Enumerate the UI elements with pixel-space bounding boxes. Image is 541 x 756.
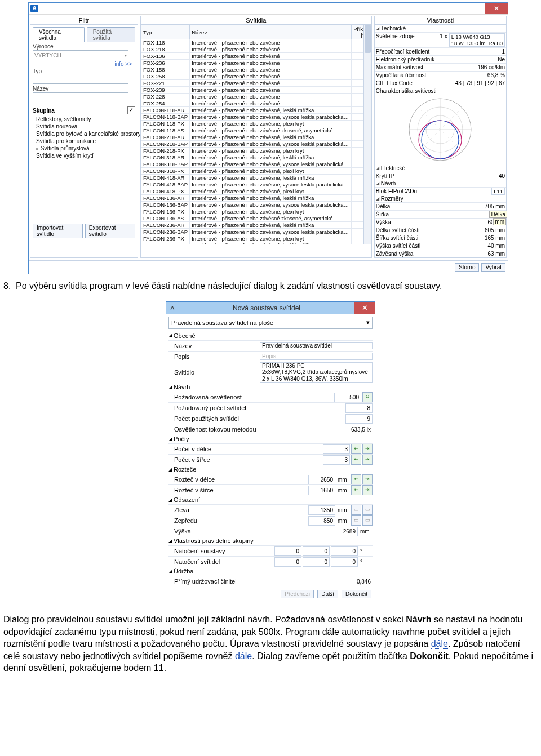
table-row[interactable]: FALCON-118-BAPInteriérové - přisazené ne… [141, 114, 371, 121]
input-pocet-delce[interactable]: 3 [323, 444, 350, 454]
table-row[interactable]: FOX-228Interiérové - přisazené nebo závě… [141, 94, 371, 100]
input-zleva[interactable]: 1350 [308, 505, 335, 515]
table-row[interactable]: FOX-254Interiérové - přisazené nebo závě… [141, 100, 371, 107]
input-nat-sv-y[interactable]: 0 [303, 557, 330, 567]
section-rozmery[interactable]: Rozměry [381, 195, 403, 202]
tab-all-lights[interactable]: Všechna svítidla [33, 27, 85, 42]
table-row[interactable]: FOX-218Interiérové - přisazené nebo závě… [141, 46, 371, 53]
close-button[interactable]: ✕ [354, 302, 375, 314]
align-icon[interactable]: ▭ [362, 515, 373, 526]
table-row[interactable]: FALCON-118-ARInteriérové - přisazené neb… [141, 107, 371, 114]
table-row[interactable]: FALCON-136-ARInteriérové - přisazené neb… [141, 195, 371, 202]
section-pocty[interactable]: Počty [174, 435, 189, 442]
section-elektricke[interactable]: Elektrické [381, 165, 405, 171]
table-row[interactable]: FALCON-418-BAPInteriérové - přisazené ne… [141, 181, 371, 188]
table-row[interactable]: FOX-136Interiérové - přisazené nebo závě… [141, 53, 371, 60]
tree-item[interactable]: Svítidla pro komunikace [30, 137, 138, 145]
input-nat-sou-y[interactable]: 0 [303, 546, 330, 556]
input-nat-sou-z[interactable]: 0 [331, 546, 358, 556]
section-navrh[interactable]: Návrh [381, 180, 396, 186]
tree-item[interactable]: Svítidla nouzová [30, 123, 138, 130]
col-typ[interactable]: Typ [141, 25, 190, 39]
arrow-out-icon[interactable]: ⇥ [362, 474, 373, 484]
dokoncit-button[interactable]: Dokončit [342, 590, 371, 598]
input-nat-sv-x[interactable]: 0 [274, 557, 301, 567]
table-row[interactable]: FALCON-336-ARInteriérové - přisazené neb… [141, 242, 371, 245]
combo-soustava-type[interactable]: Pravidelná soustava svítidel na ploše▾ [168, 317, 373, 329]
table-row[interactable]: FALCON-118-PXInteriérové - přisazené neb… [141, 121, 371, 127]
table-row[interactable]: FOX-239Interiérové - přisazené nebo závě… [141, 87, 371, 94]
table-row[interactable]: FALCON-136-ASInteriérové - přisazené neb… [141, 215, 371, 222]
table-row[interactable]: FALCON-218-ARInteriérové - přisazené neb… [141, 134, 371, 141]
col-nazev[interactable]: Název [190, 25, 352, 39]
vybrat-button[interactable]: Vybrat [481, 263, 505, 272]
table-row[interactable]: FALCON-136-PXInteriérové - přisazené neb… [141, 208, 371, 215]
storno-button[interactable]: Storno [455, 263, 479, 272]
table-row[interactable]: FOX-118Interiérové - přisazené nebo závě… [141, 39, 371, 46]
arrow-in-icon[interactable]: ⇤ [351, 485, 361, 495]
table-row[interactable]: FALCON-318-BAPInteriérové - přisazené ne… [141, 161, 371, 168]
table-row[interactable]: FALCON-236-BAPInteriérové - přisazené ne… [141, 229, 371, 235]
align-icon[interactable]: ▭ [362, 505, 373, 515]
table-row[interactable]: FALCON-218-BAPInteriérové - přisazené ne… [141, 141, 371, 148]
info-link[interactable]: info >> [30, 61, 138, 67]
align-icon[interactable]: ▭ [351, 515, 361, 526]
input-poz-osvetlenost[interactable]: 500 [334, 393, 361, 402]
table-row[interactable]: FALCON-118-ASInteriérové - přisazené neb… [141, 127, 371, 134]
predchozi-button[interactable]: Předchozí [281, 590, 314, 598]
tree-item[interactable]: Svítidla pro bytové a kancelářské prosto… [30, 130, 138, 137]
section-vps[interactable]: Vlastnosti pravidelné skupiny [174, 537, 254, 544]
section-technicke[interactable]: Technické [381, 25, 406, 32]
section-navrh[interactable]: Návrh [174, 384, 190, 390]
input-nazev[interactable]: Pravidelná soustava svítidel [260, 342, 373, 350]
input-roztec-sirce[interactable]: 1650 [308, 486, 335, 495]
table-row[interactable]: FOX-236Interiérové - přisazené nebo závě… [141, 60, 371, 66]
input-popis[interactable]: Popis [260, 353, 373, 361]
refresh-icon[interactable]: ↻ [362, 392, 373, 402]
tree-item[interactable]: Svítidla ve vyšším krytí [30, 152, 138, 159]
input-vyska[interactable]: 2689 [331, 527, 358, 536]
table-row[interactable]: FOX-221Interiérové - přisazené nebo závě… [141, 80, 371, 87]
table-row[interactable]: FALCON-218-PXInteriérové - přisazené neb… [141, 148, 371, 154]
tree-item[interactable]: Svítidla průmyslová [30, 145, 138, 152]
value-blok[interactable]: L11 [491, 188, 505, 195]
table-row[interactable]: FALCON-418-ARInteriérové - přisazené neb… [141, 175, 371, 181]
table-row[interactable]: FALCON-136-BAPInteriérové - přisazené ne… [141, 202, 371, 208]
input-typ[interactable] [33, 75, 128, 84]
arrow-in-icon[interactable]: ⇤ [351, 455, 361, 465]
table-row[interactable]: FALCON-318-ARInteriérové - přisazené neb… [141, 154, 371, 161]
arrow-in-icon[interactable]: ⇤ [351, 444, 361, 454]
arrow-out-icon[interactable]: ⇥ [362, 444, 373, 454]
arrow-in-icon[interactable]: ⇤ [351, 474, 361, 484]
arrow-out-icon[interactable]: ⇥ [362, 485, 373, 495]
input-roztec-delce[interactable]: 2650 [308, 475, 335, 484]
align-icon[interactable]: ▭ [351, 505, 361, 515]
input-pocet-sirce[interactable]: 3 [323, 455, 350, 465]
table-row[interactable]: FALCON-236-PXInteriérové - přisazené neb… [141, 235, 371, 242]
tab-used-lights[interactable]: Použitá svítidla [87, 27, 135, 42]
section-obecne[interactable]: Obecné [174, 332, 196, 339]
table-row[interactable]: FALCON-318-PXInteriérové - přisazené neb… [141, 168, 371, 175]
input-nat-sv-z[interactable]: 0 [331, 557, 358, 567]
export-button[interactable]: Exportovat svítidlo [85, 224, 135, 238]
table-row[interactable]: FOX-158Interiérové - přisazené nebo závě… [141, 66, 371, 73]
lights-table[interactable]: Typ Název Příkon [W] FOX-118Interiérové … [141, 25, 371, 244]
checkbox-skupina[interactable]: ✓ [127, 106, 135, 114]
input-nat-sou-x[interactable]: 0 [274, 546, 301, 556]
input-zepredu[interactable]: 850 [308, 516, 335, 526]
scrollbar-thumb[interactable] [365, 25, 371, 53]
arrow-out-icon[interactable]: ⇥ [362, 455, 373, 465]
dalsi-button[interactable]: Další [317, 590, 338, 598]
scrollbar[interactable] [363, 25, 371, 244]
tree-item[interactable]: Reflektory, světlomety [30, 115, 138, 123]
input-nazev[interactable] [33, 92, 128, 101]
section-udrzba[interactable]: Údržba [174, 568, 193, 575]
section-odsazeni[interactable]: Odsazení [174, 496, 200, 503]
link-dale-2[interactable]: dále [235, 651, 252, 661]
table-row[interactable]: FALCON-236-ARInteriérové - přisazené neb… [141, 222, 371, 229]
table-row[interactable]: FOX-258Interiérové - přisazené nebo závě… [141, 73, 371, 80]
import-button[interactable]: Importovat svítidlo [33, 224, 83, 238]
section-roztece[interactable]: Rozteče [174, 466, 196, 473]
close-button[interactable]: ✕ [485, 3, 508, 14]
link-dale-1[interactable]: dále [431, 639, 448, 649]
